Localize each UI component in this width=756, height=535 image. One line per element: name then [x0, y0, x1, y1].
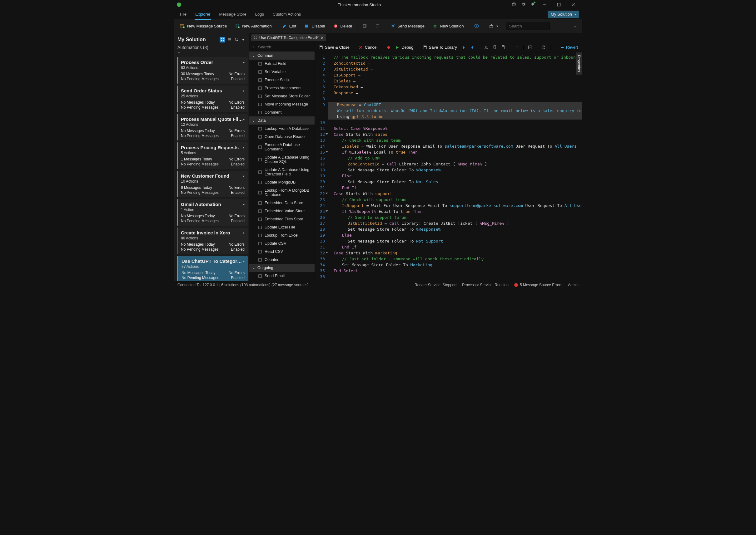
- automation-card[interactable]: Use ChatGPT To Categorize...▸37 ActionsN…: [177, 256, 248, 281]
- svg-point-36: [254, 38, 255, 39]
- automation-card[interactable]: New Customer Found▸10 Actions6 Messages …: [177, 171, 248, 197]
- action-item[interactable]: Lookup From Excel: [249, 231, 315, 239]
- toolbar-search[interactable]: [506, 22, 550, 30]
- indent-button[interactable]: [513, 44, 520, 50]
- save-library-button[interactable]: Save To Library: [421, 44, 458, 50]
- menu-explorer[interactable]: Explorer: [195, 11, 211, 18]
- sidebar-collapse[interactable]: ⌃: [174, 51, 249, 57]
- action-item[interactable]: Read CSV: [249, 247, 315, 256]
- tab-label: Use ChatGPT To Categorize Email*: [259, 36, 318, 40]
- automation-card[interactable]: Gmail Automation▸1 ActionNo Messages Tod…: [177, 199, 248, 226]
- action-item[interactable]: Update MongoDB: [249, 178, 315, 186]
- disable-button[interactable]: Disable: [301, 22, 329, 30]
- search-input[interactable]: [509, 23, 562, 29]
- code-editor[interactable]: 123456789 101112131415161718192021222324…: [315, 52, 582, 281]
- action-item[interactable]: Update Excel File: [249, 223, 315, 231]
- action-item[interactable]: Execute Script: [249, 76, 315, 84]
- automation-card[interactable]: Process Order▸63 Actions30 Messages Toda…: [177, 57, 248, 84]
- revert-button[interactable]: Revert: [559, 44, 579, 50]
- sort-icon[interactable]: [233, 37, 239, 42]
- chevron-down-icon[interactable]: ▾: [240, 37, 246, 42]
- svg-rect-59: [259, 242, 261, 245]
- action-item[interactable]: Lookup From A MongoDB Database: [249, 186, 315, 199]
- action-item[interactable]: Embedded Files Store: [249, 215, 315, 223]
- action-category[interactable]: ⌄Common: [249, 51, 315, 60]
- action-item[interactable]: Update A Database Using Extracted Field: [249, 166, 315, 178]
- automation-card[interactable]: Process Pricing Requests▸5 Actions1 Mess…: [177, 142, 248, 169]
- menu-logs[interactable]: Logs: [255, 11, 265, 18]
- delete-button[interactable]: Delete: [330, 22, 356, 30]
- action-category[interactable]: ⌄Data: [249, 116, 315, 125]
- record-button[interactable]: [385, 44, 392, 50]
- view-list-icon[interactable]: [227, 37, 232, 42]
- maximize-button[interactable]: [554, 2, 563, 8]
- send-message-button[interactable]: Send Message: [386, 22, 428, 30]
- automation-icon: [254, 36, 257, 40]
- tab-close-icon[interactable]: ✕: [320, 36, 324, 40]
- action-item[interactable]: Lookup From A Database: [249, 125, 315, 133]
- action-category[interactable]: ⌄Outgoing: [249, 264, 315, 272]
- new-automation-button[interactable]: New Automation: [231, 22, 276, 30]
- settings-button[interactable]: [470, 22, 483, 30]
- cut-button[interactable]: [482, 44, 489, 50]
- action-item[interactable]: Set Message Store Folder: [249, 92, 315, 100]
- menu-message-store[interactable]: Message Store: [218, 11, 247, 18]
- cancel-button[interactable]: Cancel: [357, 44, 378, 50]
- move-up-button[interactable]: [460, 44, 467, 50]
- action-item[interactable]: Extract Field: [249, 60, 315, 68]
- svg-rect-49: [259, 146, 261, 148]
- copy-button[interactable]: [359, 22, 371, 30]
- editor-tab[interactable]: Use ChatGPT To Categorize Email* ✕: [251, 34, 326, 41]
- debug-button[interactable]: Debug: [394, 44, 414, 50]
- editor: Save & Close Cancel Debug Save To Librar…: [315, 42, 582, 281]
- action-item[interactable]: Set Variable: [249, 68, 315, 76]
- toolbar-expand[interactable]: ⌄: [573, 24, 580, 28]
- edit-button[interactable]: Edit: [278, 22, 300, 30]
- svg-rect-88: [543, 45, 544, 47]
- export-dropdown[interactable]: ▾: [485, 22, 502, 30]
- svg-rect-46: [259, 111, 261, 114]
- action-item[interactable]: Update A Database Using Custom SQL: [249, 153, 315, 166]
- action-item[interactable]: Counter: [249, 256, 315, 264]
- paste-button[interactable]: [500, 44, 507, 50]
- properties-tab[interactable]: Properties: [576, 52, 582, 74]
- new-message-source-button[interactable]: New Message Source: [176, 22, 230, 30]
- action-item[interactable]: Embedded Data Store: [249, 199, 315, 207]
- action-item[interactable]: Move Incoming Message: [249, 100, 315, 108]
- minimize-button[interactable]: [540, 2, 549, 8]
- gear-icon[interactable]: [521, 2, 526, 8]
- save-close-button[interactable]: Save & Close: [318, 44, 351, 50]
- copy-button[interactable]: [491, 44, 498, 50]
- menu-file[interactable]: File: [179, 11, 187, 18]
- close-button[interactable]: [568, 2, 578, 8]
- automation-card[interactable]: Process Manual Quote Files▸12 ActionsNo …: [177, 114, 248, 140]
- app-icon: [177, 3, 181, 7]
- svg-point-74: [484, 48, 485, 49]
- validate-button[interactable]: [527, 44, 533, 50]
- new-solution-button[interactable]: New Solution: [429, 22, 468, 30]
- menu-custom-actions[interactable]: Custom Actions: [272, 11, 301, 18]
- solution-selector[interactable]: My Solution ▾: [548, 11, 579, 18]
- toolbar: New Message Source New Automation Edit D…: [174, 19, 582, 33]
- editor-tabs: Use ChatGPT To Categorize Email* ✕: [249, 33, 582, 42]
- solution-label: My Solution: [551, 12, 572, 16]
- paste-button[interactable]: [372, 22, 384, 30]
- action-item[interactable]: Process Attachments: [249, 84, 315, 92]
- actions-search-input[interactable]: [257, 44, 312, 50]
- view-grid-icon[interactable]: [220, 37, 225, 42]
- move-down-button[interactable]: [469, 44, 476, 50]
- action-item[interactable]: Execute A Database Command: [249, 141, 315, 153]
- action-item[interactable]: Send Email: [249, 272, 315, 280]
- action-item[interactable]: Embedded Value Store: [249, 207, 315, 215]
- action-item[interactable]: Comment: [249, 108, 315, 116]
- action-item[interactable]: Update CSV: [249, 239, 315, 247]
- print-button[interactable]: [540, 44, 547, 50]
- automation-card[interactable]: Create Invoice In Xero▸86 ActionsNo Mess…: [177, 228, 248, 254]
- svg-point-20: [435, 25, 437, 26]
- action-item[interactable]: Open Database Reader: [249, 133, 315, 141]
- automation-card[interactable]: Send Order Status▸25 ActionsNo Messages …: [177, 86, 248, 112]
- notification-icon[interactable]: [530, 2, 535, 8]
- help-icon[interactable]: [512, 2, 516, 8]
- svg-line-77: [485, 45, 486, 48]
- status-errors[interactable]: 5 Message Source Errors: [514, 283, 562, 287]
